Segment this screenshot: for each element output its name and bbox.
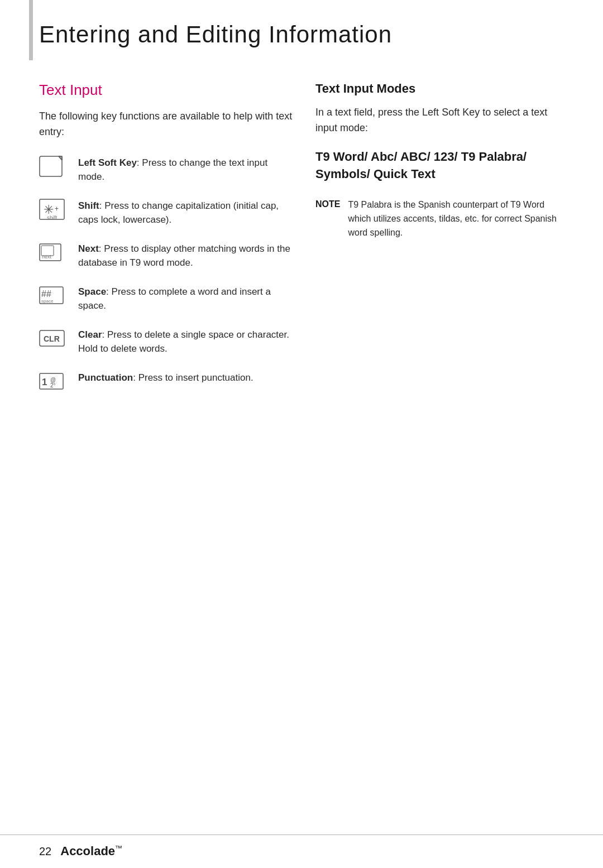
note-text: T9 Palabra is the Spanish counterpart of…	[348, 198, 570, 239]
svg-text:space: space	[41, 299, 54, 304]
svg-text:2°: 2°	[50, 382, 56, 389]
page-title: Entering and Editing Information	[39, 21, 570, 48]
brand-name: Accolade	[60, 845, 115, 859]
shift-text: Shift: Press to change capitalization (i…	[78, 199, 293, 227]
left-soft-key-icon	[39, 156, 68, 179]
space-label: Space	[78, 286, 106, 297]
punctuation-text: Punctuation: Press to insert punctuation…	[78, 371, 253, 385]
shift-desc: : Press to change capitalization (initia…	[78, 200, 279, 226]
list-item: ✳ + shift Shift: Press to change capital…	[39, 199, 293, 227]
clear-desc: : Press to delete a single space or char…	[78, 329, 289, 354]
intro-text: The following key functions are availabl…	[39, 109, 293, 140]
space-desc: : Press to complete a word and insert a …	[78, 286, 271, 311]
brand-trademark: ™	[115, 844, 122, 852]
svg-rect-0	[40, 156, 62, 176]
clear-label: Clear	[78, 329, 102, 340]
punctuation-desc: : Press to insert punctuation.	[133, 372, 253, 383]
section-heading-modes: Text Input Modes	[315, 81, 570, 96]
clear-icon: CLR	[39, 328, 68, 351]
right-column: Text Input Modes In a text field, press …	[315, 81, 570, 868]
note-block: NOTE T9 Palabra is the Spanish counterpa…	[315, 198, 570, 239]
footer-brand: Accolade™	[60, 844, 122, 859]
svg-text:##: ##	[41, 289, 51, 299]
note-label: NOTE	[315, 199, 340, 209]
svg-text:CLR: CLR	[44, 334, 60, 343]
t9-modes-list: T9 Word/ Abc/ ABC/ 123/ T9 Palabra/ Symb…	[315, 148, 570, 183]
list-item: 1 @ 2° Punctuation: Press to insert punc…	[39, 371, 293, 394]
list-item: next Next: Press to display other matchi…	[39, 242, 293, 270]
footer-page-number: 22	[39, 845, 51, 858]
left-column: Text Input The following key functions a…	[39, 81, 293, 868]
shift-label: Shift	[78, 200, 99, 211]
space-text: Space: Press to complete a word and inse…	[78, 285, 293, 313]
shift-icon: ✳ + shift	[39, 199, 68, 222]
modes-intro-text: In a text field, press the Left Soft Key…	[315, 105, 570, 136]
left-soft-key-text: Left Soft Key: Press to change the text …	[78, 156, 293, 184]
left-soft-key-label: Left Soft Key	[78, 157, 137, 168]
list-item: ## space Space: Press to complete a word…	[39, 285, 293, 313]
accent-bar	[29, 0, 33, 60]
list-item: CLR Clear: Press to delete a single spac…	[39, 328, 293, 356]
next-icon: next	[39, 242, 68, 265]
punctuation-label: Punctuation	[78, 372, 133, 383]
svg-text:+: +	[55, 205, 59, 213]
main-content: Text Input The following key functions a…	[0, 65, 603, 868]
punctuation-icon: 1 @ 2°	[39, 371, 68, 394]
key-items-list: Left Soft Key: Press to change the text …	[39, 156, 293, 394]
svg-text:next: next	[42, 254, 52, 260]
space-icon: ## space	[39, 285, 68, 308]
footer: 22 Accolade™	[0, 835, 603, 868]
page-title-area: Entering and Editing Information	[0, 0, 603, 65]
section-heading-text-input: Text Input	[39, 81, 293, 99]
svg-text:1: 1	[42, 377, 47, 387]
svg-text:shift: shift	[47, 215, 58, 221]
next-text: Next: Press to display other matching wo…	[78, 242, 293, 270]
clear-text: Clear: Press to delete a single space or…	[78, 328, 293, 356]
next-desc: : Press to display other matching words …	[78, 243, 290, 268]
next-label: Next	[78, 243, 99, 254]
list-item: Left Soft Key: Press to change the text …	[39, 156, 293, 184]
